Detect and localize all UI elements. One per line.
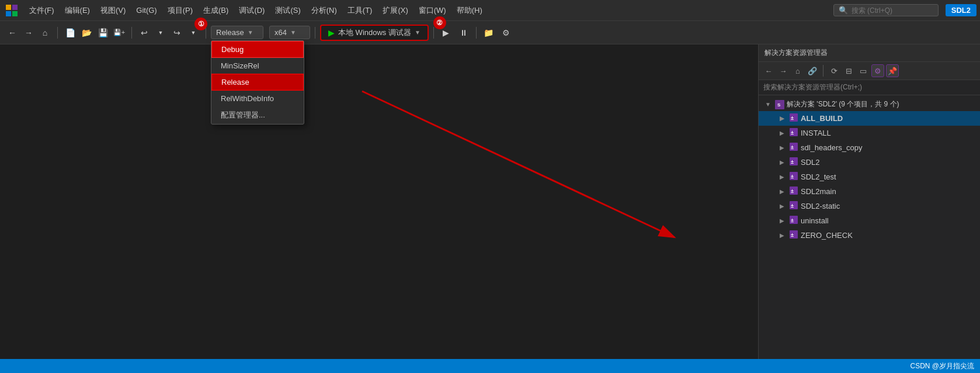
tree-item-zero-check[interactable]: ▶ ± ZERO_CHECK (759, 228, 980, 243)
undo-button[interactable]: ↩ (137, 25, 152, 40)
status-right-text: CSDN @岁月指尖流 (910, 361, 974, 371)
debugger-label: 本地 Windows 调试器 (338, 27, 411, 38)
project-icon-3: ± (789, 157, 798, 168)
nav-buttons: ← → ⌂ (5, 25, 53, 40)
back-button[interactable]: ← (5, 25, 20, 40)
annotation-2: ② (433, 16, 446, 29)
annotation-1: ① (194, 18, 207, 30)
project-label-6: SDL2-static (801, 202, 840, 210)
solution-explorer-header: 解决方案资源管理器 (759, 44, 980, 62)
save-button[interactable]: 💾 (95, 25, 110, 40)
menu-tools[interactable]: 工具(T) (343, 3, 377, 18)
tree-item-sdl-headers-copy[interactable]: ▶ ± sdl_headers_copy (759, 140, 980, 155)
svg-rect-3 (12, 11, 18, 16)
svg-text:±: ± (791, 159, 794, 165)
config-dropdown: Release ▼ Debug MinSizeRel Release RelWi… (211, 26, 263, 39)
platform-dropdown-button[interactable]: x64 ▼ (269, 26, 310, 39)
separator-4 (315, 27, 315, 39)
undo-redo-buttons: ↩ ▼ ↪ ▼ (137, 25, 201, 40)
redo-button[interactable]: ↪ (169, 25, 185, 40)
menu-test[interactable]: 测试(S) (270, 3, 305, 18)
se-split-button[interactable]: ⊟ (842, 64, 855, 77)
menu-extensions[interactable]: 扩展(X) (378, 3, 412, 18)
menu-project[interactable]: 项目(P) (163, 3, 197, 18)
new-file-button[interactable]: 📄 (62, 25, 78, 40)
project-icon-2: ± (789, 142, 798, 153)
tree-item-sdl2[interactable]: ▶ ± SDL2 (759, 155, 980, 170)
svg-text:±: ± (791, 217, 794, 223)
forward-button[interactable]: → (21, 25, 36, 40)
home-button[interactable]: ⌂ (37, 25, 53, 40)
menu-git[interactable]: Git(G) (131, 4, 161, 17)
solution-explorer-search-label: 搜索解决方案资源管理器(Ctrl+;) (763, 83, 862, 91)
config-option-manager[interactable]: 配置管理器... (211, 106, 304, 124)
menu-debug[interactable]: 调试(D) (234, 3, 269, 18)
project-icon-4: ± (789, 171, 798, 182)
se-home-button[interactable]: ⌂ (791, 64, 804, 77)
expand-icon-4: ▶ (777, 172, 787, 182)
se-pin-button[interactable]: 📌 (886, 64, 899, 77)
expand-icon-7: ▶ (777, 216, 787, 226)
menu-bar: 文件(F) 编辑(E) 视图(V) Git(G) 项目(P) 生成(B) 调试(… (0, 0, 980, 21)
se-settings-button[interactable]: ⚙ (871, 64, 884, 77)
config-dropdown-button[interactable]: Release ▼ (211, 26, 263, 39)
svg-text:±: ± (791, 232, 794, 238)
svg-text:S: S (777, 102, 781, 108)
pause-button[interactable]: ⏸ (456, 25, 471, 40)
project-label-3: SDL2 (801, 158, 820, 167)
se-sync-button[interactable]: 🔗 (806, 64, 819, 77)
expand-icon-3: ▶ (777, 158, 787, 167)
main-area: 解决方案资源管理器 ← → ⌂ 🔗 ⟳ ⊟ ▭ ⚙ 📌 搜索解决方案资源管理器(… (0, 44, 980, 359)
project-icon-7: ± (789, 215, 798, 226)
tree-item-install[interactable]: ▶ ± INSTALL (759, 126, 980, 140)
search-input[interactable] (852, 6, 927, 15)
solution-label: 解决方案 'SDL2' (9 个项目，共 9 个) (787, 99, 899, 109)
tree-item-all-build[interactable]: ▶ ± ALL_BUILD (759, 111, 980, 126)
expand-icon-6: ▶ (777, 202, 787, 211)
se-filter-button[interactable]: ⟳ (828, 64, 840, 77)
active-project-badge: SDL2 (946, 4, 976, 16)
solution-root[interactable]: ▼ S 解决方案 'SDL2' (9 个项目，共 9 个) (759, 98, 980, 111)
separator-2 (131, 27, 132, 39)
expand-icon-1: ▶ (777, 129, 787, 138)
config-option-debug[interactable]: Debug (211, 41, 304, 58)
folder-button[interactable]: 📁 (481, 25, 496, 40)
tree-item-sdl2-test[interactable]: ▶ ± SDL2_test (759, 170, 980, 184)
save-all-button[interactable]: 💾+ (112, 25, 127, 40)
menu-help[interactable]: 帮助(H) (452, 3, 487, 18)
debugger-dropdown-arrow: ▼ (415, 29, 421, 36)
se-back-button[interactable]: ← (762, 64, 775, 77)
menu-analyze[interactable]: 分析(N) (307, 3, 342, 18)
menu-view[interactable]: 视图(V) (96, 3, 130, 18)
undo-dropdown[interactable]: ▼ (153, 25, 168, 40)
se-expand-button[interactable]: ▭ (857, 64, 870, 77)
menu-edit[interactable]: 编辑(E) (60, 3, 95, 18)
project-label-1: INSTALL (801, 129, 831, 137)
menu-file[interactable]: 文件(F) (25, 3, 59, 18)
solution-tree: ▼ S 解决方案 'SDL2' (9 个项目，共 9 个) ▶ ± ALL_BU… (759, 95, 980, 359)
project-label-0: ALL_BUILD (801, 114, 843, 123)
config-option-relwithdebinfo[interactable]: RelWithDebInfo (211, 91, 304, 106)
play-icon: ▶ (328, 28, 335, 37)
open-button[interactable]: 📂 (79, 25, 94, 40)
menu-build[interactable]: 生成(B) (199, 3, 233, 18)
svg-rect-1 (12, 5, 18, 10)
expand-icon-0: ▶ (777, 114, 787, 123)
se-forward-button[interactable]: → (777, 64, 790, 77)
debugger-button[interactable]: ▶ 本地 Windows 调试器 ▼ (320, 25, 429, 41)
solution-icon: S (775, 100, 784, 109)
config-option-release[interactable]: Release (211, 74, 304, 91)
project-icon-5: ± (789, 186, 798, 197)
menu-window[interactable]: 窗口(W) (414, 3, 451, 18)
expand-icon-5: ▶ (777, 187, 787, 196)
config-option-minsizerel[interactable]: MinSizeRel (211, 58, 304, 74)
platform-dropdown: x64 ▼ (269, 26, 310, 39)
tree-item-sdl2main[interactable]: ▶ ± SDL2main (759, 184, 980, 199)
separator-5 (433, 27, 434, 39)
project-icon-6: ± (789, 201, 798, 212)
debugger-section: ▶ 本地 Windows 调试器 ▼ ② (320, 25, 429, 41)
settings-button[interactable]: ⚙ (499, 25, 514, 40)
tree-item-uninstall[interactable]: ▶ ± uninstall (759, 213, 980, 228)
tree-item-sdl2-static[interactable]: ▶ ± SDL2-static (759, 199, 980, 213)
menu-search-box[interactable]: 🔍 (833, 4, 939, 16)
